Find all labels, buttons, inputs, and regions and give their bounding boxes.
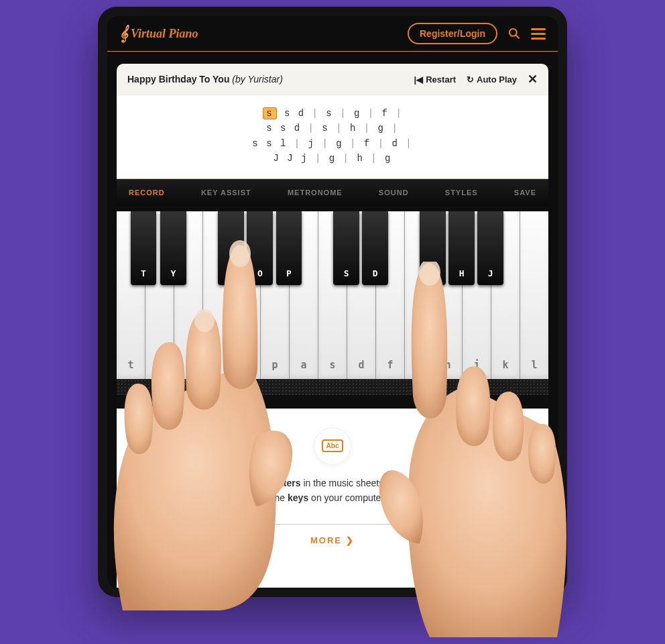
music-sheet: s s d | s | g | f |s s d | s | h | g |s … [117, 95, 548, 179]
tab-metronome[interactable]: METRONOME [288, 189, 343, 197]
black-key-G[interactable]: G [420, 211, 446, 285]
tablet-frame: 𝄞 Virtual Piano Register/Login Happy Bir… [98, 7, 567, 597]
sheet-line: s s l | j | g | f | d | [117, 136, 548, 151]
abc-icon: Abc [322, 439, 344, 452]
song-title: Happy Birthday To You (by Yuristar) [127, 74, 283, 85]
header-right: Register/Login [408, 23, 546, 44]
black-keys: TYIOPSDGHJ [117, 211, 548, 285]
screen: 𝄞 Virtual Piano Register/Login Happy Bir… [107, 16, 558, 588]
close-icon[interactable]: ✕ [528, 72, 538, 87]
song-controls: |◀ Restart ↻ Auto Play ✕ [414, 72, 538, 87]
logo-icon: 𝄞 [119, 25, 128, 42]
black-key-O[interactable]: O [247, 211, 273, 285]
sheet-line: s s d | s | g | f | [117, 106, 548, 121]
instruction-panel: Abc 2. Letters in the music sheets Pr in… [117, 409, 548, 588]
register-login-button[interactable]: Register/Login [408, 23, 497, 44]
black-key-Y[interactable]: Y [160, 211, 186, 285]
piano-speaker-strip [117, 379, 548, 395]
instruction-icon-circle: Abc [314, 427, 351, 465]
black-key-J[interactable]: J [477, 211, 503, 285]
song-title-name: Happy Birthday To You [127, 74, 229, 85]
piano-container: tyuiopasdfghjkl TYIOPSDGHJ [117, 206, 548, 409]
search-icon[interactable] [507, 26, 522, 41]
black-key-T[interactable]: T [131, 211, 157, 285]
black-key-H[interactable]: H [448, 211, 475, 285]
more-button[interactable]: MORE ❯ [310, 535, 355, 545]
restart-icon: |◀ [414, 74, 424, 85]
sheet-line: J J j | g | h | g [117, 151, 548, 166]
more-label: MORE [310, 535, 342, 545]
autoplay-button[interactable]: ↻ Auto Play [467, 74, 517, 85]
black-key-D[interactable]: D [362, 211, 388, 285]
app-header: 𝄞 Virtual Piano Register/Login [107, 16, 558, 52]
divider [219, 524, 446, 525]
autoplay-label: Auto Play [477, 74, 517, 85]
black-key-P[interactable]: P [276, 211, 302, 285]
svg-line-1 [516, 36, 520, 39]
tool-tabs: RECORDKEY ASSISTMETRONOMESOUNDSTYLESSAVE [117, 179, 548, 206]
restart-button[interactable]: |◀ Restart [414, 74, 456, 85]
restart-label: Restart [426, 74, 456, 85]
song-attribution: (by Yuristar) [232, 74, 282, 85]
sheet-line: s s d | s | h | g | [117, 121, 548, 136]
logo-text: Virtual Piano [131, 27, 198, 41]
tab-styles[interactable]: STYLES [445, 189, 478, 197]
song-bar: Happy Birthday To You (by Yuristar) |◀ R… [117, 64, 548, 95]
keyboard: tyuiopasdfghjkl TYIOPSDGHJ [117, 211, 548, 379]
menu-icon[interactable] [531, 26, 546, 41]
chevron-right-icon: ❯ [346, 535, 355, 545]
tab-sound[interactable]: SOUND [379, 189, 409, 197]
black-key-S[interactable]: S [333, 211, 359, 285]
tab-save[interactable]: SAVE [514, 189, 536, 197]
tab-record[interactable]: RECORD [129, 189, 165, 197]
app-logo[interactable]: 𝄞 Virtual Piano [119, 25, 198, 42]
black-key-I[interactable]: I [218, 211, 244, 285]
svg-point-0 [509, 29, 517, 36]
autoplay-icon: ↻ [467, 74, 474, 85]
instruction-text: 2. Letters in the music sheets Pr in the… [239, 476, 425, 506]
tab-key-assist[interactable]: KEY ASSIST [201, 189, 251, 197]
